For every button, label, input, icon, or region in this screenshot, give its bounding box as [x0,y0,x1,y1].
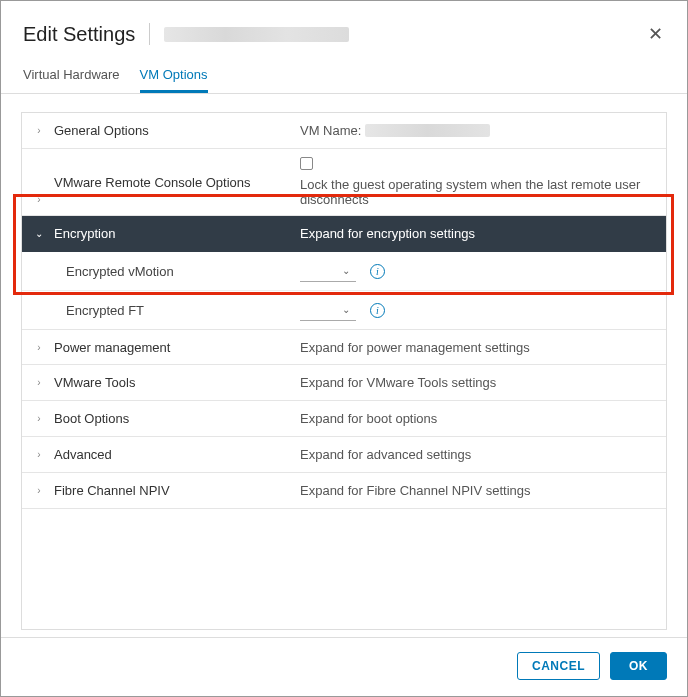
section-fibre-channel-npiv[interactable]: › Fibre Channel NPIV Expand for Fibre Ch… [22,473,666,509]
row-encrypted-vmotion: Encrypted vMotion ⌄ i [22,252,666,291]
info-icon[interactable]: i [370,264,385,279]
cancel-button[interactable]: CANCEL [517,652,600,680]
content-area: › General Options VM Name: › VMware Remo… [1,94,687,630]
chevron-right-icon: › [32,485,46,496]
info-icon[interactable]: i [370,303,385,318]
close-icon: ✕ [648,24,663,44]
row-label: Encrypted vMotion [66,264,174,279]
section-label: Encryption [54,226,115,241]
chevron-right-icon: › [32,449,46,460]
close-button[interactable]: ✕ [644,19,667,49]
vm-name-value-redacted [365,124,490,137]
vm-name-redacted [164,27,349,42]
power-desc: Expand for power management settings [300,330,666,364]
section-label: Power management [54,340,170,355]
chevron-right-icon: › [32,377,46,388]
settings-panel: › General Options VM Name: › VMware Remo… [21,112,667,630]
section-label: VMware Remote Console Options [54,175,251,190]
general-right: VM Name: [300,113,666,148]
section-power-management[interactable]: › Power management Expand for power mana… [22,329,666,365]
chevron-right-icon: › [32,125,46,136]
section-boot-options[interactable]: › Boot Options Expand for boot options [22,401,666,437]
section-remote-console[interactable]: › VMware Remote Console Options Lock the… [22,149,666,216]
tab-virtual-hardware[interactable]: Virtual Hardware [23,59,120,93]
vmtools-desc: Expand for VMware Tools settings [300,365,666,400]
dialog-title: Edit Settings [23,23,135,46]
row-label: Encrypted FT [66,303,144,318]
encryption-desc: Expand for encryption settings [300,216,666,251]
row-encrypted-ft: Encrypted FT ⌄ i [22,291,666,329]
advanced-desc: Expand for advanced settings [300,437,666,472]
section-label: Advanced [54,447,112,462]
dialog-footer: CANCEL OK [1,637,687,696]
encrypted-ft-dropdown[interactable]: ⌄ [300,299,356,321]
chevron-down-icon: ⌄ [32,228,46,239]
dialog-header: Edit Settings ✕ [1,1,687,59]
header-divider [149,23,150,45]
ok-button[interactable]: OK [610,652,667,680]
boot-desc: Expand for boot options [300,401,666,436]
chevron-right-icon: › [32,194,46,205]
remote-desc: Lock the guest operating system when the… [300,177,656,207]
section-advanced[interactable]: › Advanced Expand for advanced settings [22,437,666,473]
npiv-desc: Expand for Fibre Channel NPIV settings [300,473,666,508]
chevron-down-icon: ⌄ [342,265,350,276]
section-label: General Options [54,123,149,138]
encrypted-vmotion-dropdown[interactable]: ⌄ [300,260,356,282]
section-label: VMware Tools [54,375,135,390]
header-left: Edit Settings [23,23,349,46]
tab-bar: Virtual Hardware VM Options [1,59,687,94]
chevron-right-icon: › [32,413,46,424]
tab-vm-options[interactable]: VM Options [140,59,208,93]
chevron-right-icon: › [32,342,46,353]
section-vmware-tools[interactable]: › VMware Tools Expand for VMware Tools s… [22,365,666,401]
section-encryption[interactable]: ⌄ Encryption Expand for encryption setti… [22,216,666,252]
vm-name-prefix: VM Name: [300,123,361,138]
section-label: Fibre Channel NPIV [54,483,170,498]
section-label: Boot Options [54,411,129,426]
lock-guest-checkbox[interactable] [300,157,313,170]
chevron-down-icon: ⌄ [342,304,350,315]
section-general-options[interactable]: › General Options VM Name: [22,113,666,149]
